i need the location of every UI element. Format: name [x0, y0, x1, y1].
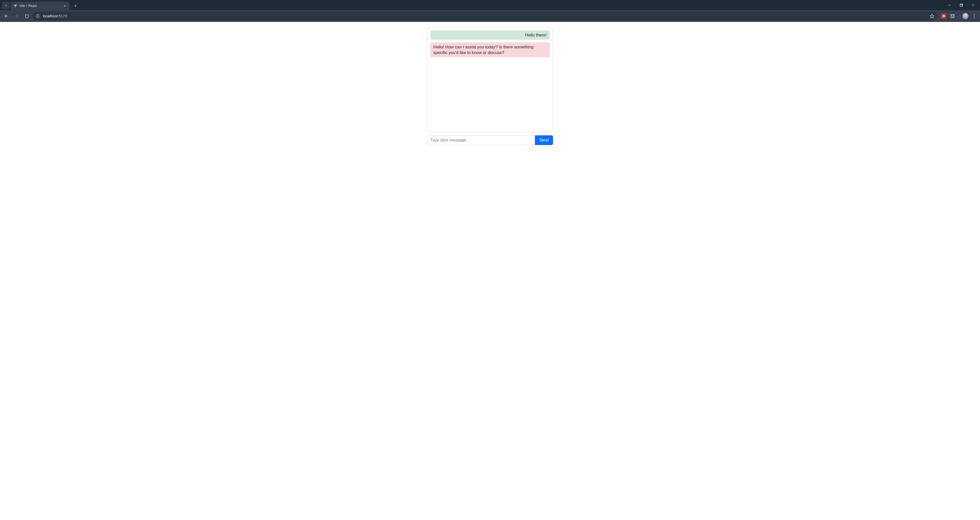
extension-red-icon: ✱ [941, 14, 946, 19]
nav-reload-button[interactable] [22, 12, 31, 21]
nav-back-button[interactable] [2, 12, 11, 21]
nav-forward-button[interactable] [12, 12, 21, 21]
browser-menu-button[interactable] [970, 12, 978, 20]
arrow-right-icon [14, 14, 19, 18]
browser-tab[interactable]: Vite + React [11, 2, 69, 10]
bookmark-button[interactable] [929, 13, 935, 19]
puzzle-icon [950, 14, 955, 18]
chat-input-row: Send [427, 135, 553, 145]
reload-icon [25, 14, 29, 18]
svg-point-16 [974, 14, 974, 15]
svg-marker-15 [930, 14, 934, 18]
close-icon [972, 3, 975, 6]
extensions-menu-button[interactable] [948, 12, 956, 20]
extension-button[interactable]: ✱ [940, 12, 948, 20]
new-tab-button[interactable] [72, 2, 79, 10]
send-button[interactable]: Send [535, 135, 553, 145]
window-close-button[interactable] [967, 1, 979, 9]
chevron-down-icon [4, 4, 7, 7]
url-rest: :5173 [58, 14, 67, 18]
url-host: localhost [43, 14, 58, 18]
vite-favicon-icon [13, 4, 18, 8]
info-icon [36, 14, 40, 18]
kebab-icon [974, 14, 975, 18]
browser-chrome: Vite + React [0, 0, 980, 22]
tab-strip: Vite + React [0, 0, 980, 10]
window-maximize-button[interactable] [956, 1, 967, 9]
tab-search-button[interactable] [2, 2, 10, 9]
maximize-icon [960, 3, 963, 6]
tab-title: Vite + React [19, 4, 61, 8]
minimize-icon [948, 3, 951, 6]
chat-message-user: Hello there! [430, 30, 550, 40]
profile-button[interactable] [962, 12, 969, 20]
browser-toolbar: localhost:5173 ✱ [0, 10, 980, 22]
svg-point-18 [974, 17, 974, 18]
page-content: Hello there! Hello! How can I assist you… [0, 22, 980, 145]
chat-messages[interactable]: Hello there! Hello! How can I assist you… [427, 27, 553, 132]
svg-rect-6 [960, 4, 962, 6]
window-controls [944, 0, 979, 10]
toolbar-divider [959, 14, 959, 19]
plus-icon [74, 4, 77, 8]
close-icon [64, 5, 66, 7]
address-bar[interactable]: localhost:5173 [33, 12, 937, 21]
message-input[interactable] [427, 135, 535, 145]
extensions-area: ✱ [940, 12, 978, 20]
star-icon [930, 14, 934, 18]
site-info-button[interactable] [35, 14, 40, 19]
svg-point-14 [38, 15, 38, 16]
avatar-icon [963, 13, 969, 19]
url-text: localhost:5173 [43, 14, 927, 18]
chat-app: Hello there! Hello! How can I assist you… [427, 27, 553, 145]
tab-close-button[interactable] [63, 4, 67, 8]
window-minimize-button[interactable] [944, 1, 956, 9]
chat-message-bot: Hello! How can I assist you today? Is th… [430, 42, 550, 57]
svg-point-17 [974, 16, 974, 16]
arrow-left-icon [4, 14, 9, 18]
